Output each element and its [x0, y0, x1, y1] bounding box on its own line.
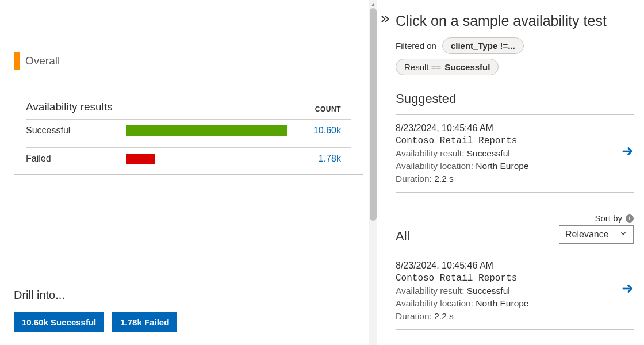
all-entry[interactable]: 8/23/2024, 10:45:46 AM Contoso Retail Re… — [396, 252, 634, 330]
filter-label: Filtered on — [396, 41, 436, 51]
entry-name: Contoso Retail Reports — [396, 136, 630, 146]
entry-location-val: North Europe — [476, 298, 528, 308]
section-title: Overall — [25, 55, 60, 67]
drill-into-section: Drill into... 10.60k Successful 1.78k Fa… — [14, 289, 177, 332]
chip-val: Successful — [444, 62, 490, 72]
right-pane: Click on a sample availability test Filt… — [393, 0, 644, 345]
all-header: All — [396, 229, 409, 244]
chip-op: client_Type != — [451, 41, 508, 51]
entry-name: Contoso Retail Reports — [396, 273, 630, 283]
filter-row: Filtered on client_Type != ... — [396, 37, 634, 54]
drill-successful-button[interactable]: 10.60k Successful — [14, 312, 104, 332]
bar-cell — [126, 154, 293, 164]
entry-result-key: Availability result: — [396, 286, 464, 296]
bar-failed — [126, 154, 155, 164]
entry-timestamp: 8/23/2024, 10:45:46 AM — [396, 123, 630, 133]
entry-duration-val: 2.2 s — [434, 311, 454, 321]
sort-select[interactable]: Relevance — [559, 225, 634, 244]
bar-successful — [126, 125, 288, 136]
suggested-header: Suggested — [396, 91, 634, 106]
chip-val: ... — [508, 41, 515, 51]
entry-duration-val: 2.2 s — [434, 174, 454, 183]
entry-timestamp: 8/23/2024, 10:45:46 AM — [396, 260, 630, 271]
bar-cell — [126, 125, 293, 136]
entry-result-key: Availability result: — [396, 148, 464, 158]
chevron-double-right-icon — [380, 14, 390, 345]
info-icon[interactable]: i — [626, 214, 634, 223]
arrow-right-icon[interactable] — [621, 282, 634, 297]
table-row: Successful 10.60k — [26, 119, 351, 141]
row-count-failed[interactable]: 1.78k — [319, 154, 351, 164]
card-title: Availability results — [26, 101, 113, 113]
collapse-handle[interactable] — [377, 0, 393, 345]
scrollbar-up-arrow-icon[interactable]: ▲ — [369, 0, 377, 8]
sort-value: Relevance — [565, 229, 609, 240]
entry-location-key: Availability location: — [396, 298, 473, 308]
sort-box: Sort by i Relevance — [559, 213, 634, 244]
left-pane: Overall Availability results COUNT Succe… — [0, 0, 377, 345]
scrollbar-track[interactable]: ▲ — [369, 0, 377, 345]
table-row: Failed 1.78k — [26, 147, 351, 170]
section-accent-bar — [14, 52, 20, 70]
scrollbar-thumb[interactable] — [370, 8, 377, 221]
suggested-entry[interactable]: 8/23/2024, 10:45:46 AM Contoso Retail Re… — [396, 114, 634, 193]
filter-chip-result[interactable]: Result == Successful — [396, 59, 499, 75]
sort-label: Sort by — [595, 213, 622, 223]
entry-location-key: Availability location: — [396, 161, 473, 171]
drill-title: Drill into... — [14, 289, 177, 302]
chip-op: Result == — [404, 62, 441, 72]
availability-results-card: Availability results COUNT Successful 10… — [14, 90, 363, 175]
card-header: Availability results COUNT — [26, 101, 351, 113]
pane-title: Click on a sample availability test — [396, 13, 634, 29]
entry-result-val: Successful — [467, 286, 510, 296]
count-column-header: COUNT — [315, 105, 351, 113]
row-label-failed: Failed — [26, 154, 126, 164]
entry-duration-key: Duration: — [396, 174, 432, 183]
drill-failed-button[interactable]: 1.78k Failed — [112, 312, 177, 332]
overall-header: Overall — [14, 52, 363, 70]
entry-location-val: North Europe — [476, 161, 528, 171]
filter-chip-client-type[interactable]: client_Type != ... — [442, 37, 524, 54]
row-label-successful: Successful — [26, 125, 126, 136]
all-header-row: All Sort by i Relevance — [396, 213, 634, 244]
row-count-successful[interactable]: 10.60k — [313, 125, 351, 136]
entry-result-val: Successful — [467, 148, 510, 158]
arrow-right-icon[interactable] — [621, 145, 634, 159]
entry-duration-key: Duration: — [396, 311, 432, 321]
chevron-down-icon — [619, 229, 627, 240]
